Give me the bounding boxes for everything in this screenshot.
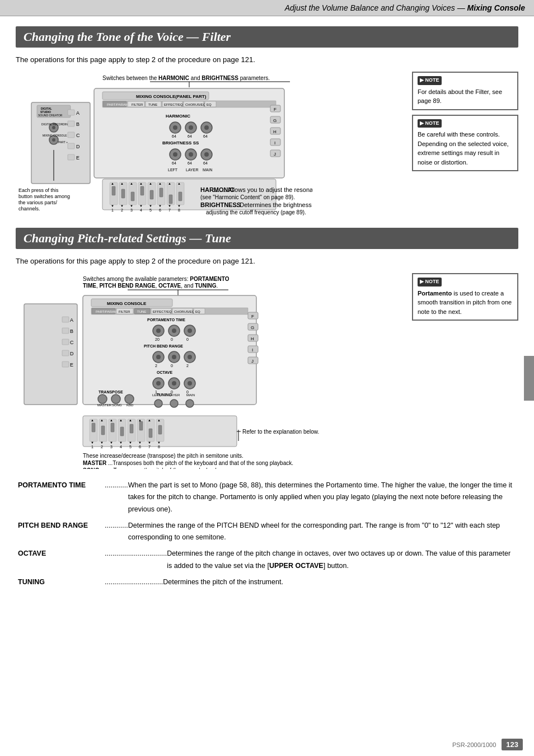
tune-panel-svg: Switches among the available parameters:… [16,273,324,469]
svg-point-179 [170,400,178,407]
svg-point-172 [172,381,176,386]
section2-subtitle: The operations for this page apply to st… [16,257,518,265]
svg-text:PITCH BEND RANGE: PITCH BEND RANGE [144,344,183,348]
svg-text:TUNE: TUNE [137,310,146,313]
svg-text:▲: ▲ [138,419,142,422]
svg-text:B: B [76,121,79,127]
svg-text:6: 6 [159,208,161,212]
svg-point-62 [52,138,55,142]
svg-text:(see "Harmonic Content" on pag: (see "Harmonic Content" on page 89). [200,194,295,200]
svg-point-59 [52,126,55,129]
svg-text:64: 64 [188,134,192,138]
svg-text:I: I [274,140,275,145]
model-number: PSR-2000/1000 [452,741,496,748]
page-header: Adjust the Volume Balance and Changing V… [0,0,534,16]
svg-text:▲: ▲ [177,182,181,185]
svg-text:DIGITAL RECORDING: DIGITAL RECORDING [41,123,70,126]
svg-text:64: 64 [203,161,208,165]
svg-rect-219 [101,426,105,435]
svg-text:▲: ▲ [120,182,124,185]
svg-rect-70 [68,132,74,138]
svg-text:0: 0 [171,337,173,341]
section1-subtitle: The operations for this page apply to st… [16,55,518,64]
svg-rect-92 [131,192,134,201]
svg-point-165 [188,355,192,359]
svg-rect-107 [160,188,163,197]
svg-point-28 [204,125,209,130]
filter-panel-svg: Switches between the HARMONIC and BRIGHT… [16,72,312,217]
svg-text:channels.: channels. [18,206,40,212]
tuning-dots: .............................. [105,576,163,588]
svg-text:▼: ▼ [129,441,132,444]
tune-notes-area: ▶ NOTE Portamento is used to create a sm… [412,273,518,471]
svg-text:▲: ▲ [100,419,104,422]
svg-text:▼: ▼ [158,204,162,208]
tune-note-text: Portamento is used to create a smooth tr… [418,289,513,317]
note2-icon: ▶ NOTE [418,119,442,128]
main-content: Changing the Tone of the Voice — Filter … [0,16,534,602]
octave-dots: ................................ [105,548,167,572]
svg-text:FILTER: FILTER [132,103,143,106]
svg-text:OCTAVE: OCTAVE [157,370,172,374]
svg-text:MIXING CONSOLE: MIXING CONSOLE [43,134,67,137]
filter-diagram-area: Switches between the HARMONIC and BRIGHT… [16,72,518,219]
svg-rect-117 [179,192,182,201]
svg-text:7: 7 [168,208,171,212]
svg-text:TIME, PITCH BEND RANGE, OCTAVE: TIME, PITCH BEND RANGE, OCTAVE, and TUNI… [83,283,218,289]
svg-text:▲: ▲ [111,182,114,185]
svg-text:LEFT: LEFT [152,393,161,397]
svg-rect-201 [24,304,77,405]
svg-text:7: 7 [148,445,151,449]
svg-point-175 [188,381,192,386]
section2-title: Changing Pitch-related Settings — Tune [24,231,510,246]
svg-text:▼: ▼ [120,204,124,208]
svg-text:▲: ▲ [139,182,143,185]
svg-rect-205 [62,328,69,334]
svg-text:TRANSPOSE: TRANSPOSE [99,390,123,394]
svg-text:SONG: SONG [112,403,122,407]
svg-point-159 [156,355,161,359]
svg-text:▲: ▲ [148,419,151,422]
svg-text:▼: ▼ [149,204,152,208]
header-text: Adjust the Volume Balance and Changing V… [285,3,467,12]
svg-text:2: 2 [121,208,123,212]
svg-text:J: J [274,152,276,157]
svg-rect-207 [62,339,69,345]
note2-header: ▶ NOTE [418,119,513,128]
pitch-bend-desc: Determines the range of the PITCH BEND w… [128,520,516,544]
svg-text:MIXING CONSOLE(PANEL PART): MIXING CONSOLE(PANEL PART) [136,94,207,99]
svg-text:Each press of this: Each press of this [18,187,59,193]
svg-point-38 [204,152,209,157]
pitch-bend-dots: ............ [105,520,128,544]
svg-text:2: 2 [186,364,189,368]
param-portamento-time: PORTAMENTO TIME ............ When the pa… [18,480,516,515]
svg-text:20: 20 [155,337,160,341]
svg-rect-214 [92,423,95,432]
svg-rect-112 [169,195,172,204]
svg-rect-244 [149,429,152,438]
svg-text:▼: ▼ [138,441,142,444]
section1-title: Changing the Tone of the Voice — Filter [24,30,510,44]
svg-text:3: 3 [130,208,133,212]
svg-point-25 [189,125,193,130]
svg-text:PART/PARAM: PART/PARAM [107,103,128,106]
svg-rect-68 [68,121,74,126]
svg-text:H: H [273,129,277,134]
svg-text:D: D [76,144,80,149]
svg-rect-87 [121,189,125,198]
svg-point-155 [188,328,192,333]
svg-text:▼: ▼ [91,441,94,444]
svg-text:MIXING CONSOLE: MIXING CONSOLE [107,301,147,306]
svg-text:64: 64 [188,161,192,165]
svg-text:MAIN: MAIN [203,168,213,172]
svg-text:0: 0 [186,337,189,341]
svg-text:▲: ▲ [157,419,161,422]
svg-text:MASTER ...Transposes both the : MASTER ...Transposes both the pitch of t… [83,460,293,466]
svg-text:4: 4 [120,445,122,449]
param-octave: OCTAVE ................................ … [18,548,516,572]
svg-text:▲: ▲ [110,419,113,422]
svg-text:SONG ........Transposes the pi: SONG ........Transposes the pitch of the… [83,467,219,469]
portamento-time-dots: ............ [105,480,128,515]
svg-text:CHORUS/EQ: CHORUS/EQ [185,103,206,106]
octave-desc: Determines the range of the pitch change… [167,548,516,572]
